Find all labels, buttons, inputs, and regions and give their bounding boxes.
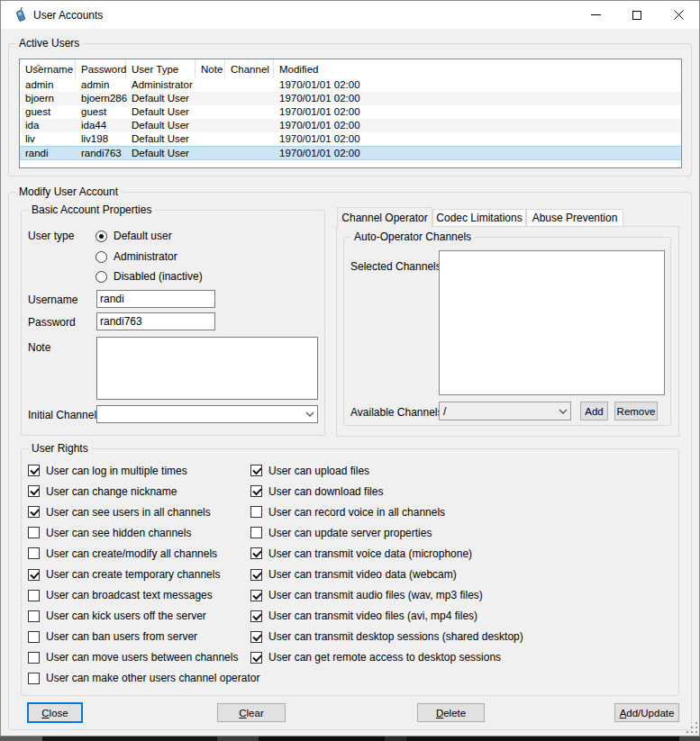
minimize-icon	[591, 14, 601, 15]
clear-button[interactable]: Clear	[217, 703, 286, 722]
column-header-username[interactable]: Username	[20, 59, 76, 78]
user-right-checkbox[interactable]: User can ban users from server	[28, 627, 246, 647]
user-right-checkbox[interactable]: User can move users between channels	[28, 647, 246, 668]
user-right-checkbox[interactable]: User can upload files	[250, 460, 674, 481]
user-right-checkbox[interactable]: User can record voice in all channels	[250, 502, 674, 522]
checkbox-label: User can broadcast text messages	[46, 589, 213, 601]
cell-password: admin	[76, 78, 126, 92]
user-right-checkbox[interactable]: User can transmit audio files (wav, mp3 …	[250, 585, 674, 606]
user-right-checkbox[interactable]: User can see users in all channels	[28, 502, 246, 522]
checkbox-unchecked-icon	[28, 610, 40, 622]
checkbox-label: User can transmit video data (webcam)	[268, 568, 457, 581]
cell-user_type: Default User	[126, 92, 195, 105]
cell-user_type: Default User	[126, 147, 195, 159]
checkbox-label: User can update server properties	[268, 527, 432, 539]
column-header-modified[interactable]: Modified	[274, 59, 681, 78]
selected-channels-listbox[interactable]	[439, 250, 665, 395]
table-row-ida[interactable]: idaida44Default User1970/01/01 02:00	[20, 119, 681, 132]
initial-channel-combobox[interactable]	[96, 405, 318, 423]
note-field[interactable]	[96, 337, 318, 400]
close-window-button[interactable]	[658, 1, 699, 29]
tab-channel-operator[interactable]: Channel Operator	[337, 207, 432, 228]
add-channel-button[interactable]: Add	[580, 402, 608, 420]
table-row-randi[interactable]: randirandi763Default User1970/01/01 02:0…	[20, 146, 681, 160]
checkbox-checked-icon	[250, 610, 262, 622]
maximize-button[interactable]	[616, 1, 658, 29]
column-header-password[interactable]: Password	[76, 59, 126, 78]
cell-channel	[225, 105, 274, 119]
user-right-checkbox[interactable]: User can transmit video files (avi, mp4 …	[250, 606, 674, 627]
column-header-channel[interactable]: Channel	[225, 59, 274, 78]
radio-administrator[interactable]: Administrator	[95, 250, 177, 263]
cell-password: bjoern286	[76, 92, 126, 105]
username-field[interactable]	[96, 290, 215, 308]
checkbox-checked-icon	[28, 465, 40, 476]
delete-button[interactable]: Delete	[417, 703, 485, 722]
tab-label: Channel Operator	[341, 212, 427, 224]
user-right-checkbox[interactable]: User can transmit desktop sessions (shar…	[250, 627, 674, 647]
cell-username: liv	[20, 132, 76, 146]
table-row-bjoern[interactable]: bjoernbjoern286Default User1970/01/01 02…	[20, 92, 681, 105]
table-row-admin[interactable]: adminadminAdministrator1970/01/01 02:00	[20, 78, 681, 92]
active-users-tbody: adminadminAdministrator1970/01/01 02:00b…	[20, 78, 681, 160]
cell-username: randi	[20, 147, 76, 159]
cell-username: ida	[20, 119, 76, 132]
active-users-group-label: Active Users	[15, 37, 83, 50]
checkbox-label: User can log in multiple times	[46, 465, 187, 477]
user-right-checkbox[interactable]: User can kick users off the server	[28, 606, 246, 627]
user-right-checkbox[interactable]: User can change nickname	[28, 481, 246, 502]
tab-abuse-prevention[interactable]: Abuse Prevention	[526, 209, 623, 226]
user-rights-left-column: User can log in multiple timesUser can c…	[28, 460, 246, 689]
checkbox-unchecked-icon	[250, 527, 262, 538]
user-right-checkbox[interactable]: User can log in multiple times	[28, 460, 246, 481]
active-users-table[interactable]: UsernamePasswordUser TypeNoteChannelModi…	[19, 59, 682, 168]
cell-note	[195, 132, 225, 146]
column-header-note[interactable]: Note	[195, 59, 225, 78]
column-header-user-type[interactable]: User Type	[126, 59, 195, 78]
checkbox-checked-icon	[250, 652, 262, 664]
checkbox-label: User can create/modify all channels	[46, 547, 217, 560]
user-rights-right-column: User can upload filesUser can download f…	[250, 460, 674, 668]
radio-label: Administrator	[114, 250, 177, 263]
taskbar-behind-window	[0, 736, 700, 741]
cell-channel	[225, 92, 274, 105]
radio-label: Disabled (inactive)	[114, 270, 203, 283]
checkbox-unchecked-icon	[28, 673, 40, 684]
radio-disabled[interactable]: Disabled (inactive)	[95, 270, 203, 283]
close-icon	[674, 10, 684, 20]
cell-password: ida44	[76, 119, 126, 132]
user-right-checkbox[interactable]: User can transmit video data (webcam)	[250, 564, 674, 584]
tab-codec-limitations[interactable]: Codec Limitations	[432, 209, 526, 226]
remove-channel-button[interactable]: Remove	[614, 402, 658, 420]
minimize-button[interactable]	[575, 1, 616, 29]
modify-user-account-label: Modify User Account	[15, 185, 122, 199]
add-update-button[interactable]: Add/Update	[614, 703, 679, 722]
password-field[interactable]	[96, 312, 215, 330]
checkbox-label: User can transmit video files (avi, mp4 …	[268, 610, 477, 622]
radio-default-user[interactable]: Default user	[95, 230, 172, 242]
user-right-checkbox[interactable]: User can create temporary channels	[28, 564, 246, 584]
active-users-table-header[interactable]: UsernamePasswordUser TypeNoteChannelModi…	[20, 59, 681, 78]
checkbox-unchecked-icon	[28, 527, 40, 538]
cell-modified: 1970/01/01 02:00	[274, 119, 681, 132]
user-right-checkbox[interactable]: User can download files	[250, 481, 674, 502]
table-row-liv[interactable]: livliv198Default User1970/01/01 02:00	[20, 132, 681, 146]
close-button[interactable]: Close	[27, 702, 83, 723]
user-right-checkbox[interactable]: User can see hidden channels	[28, 522, 246, 543]
tab-label: Codec Limitations	[436, 212, 522, 224]
chevron-down-icon	[556, 409, 570, 414]
cell-channel	[225, 78, 274, 92]
user-right-checkbox[interactable]: User can transmit voice data (microphone…	[250, 543, 674, 564]
table-row-guest[interactable]: guestguestDefault User1970/01/01 02:00	[20, 105, 681, 119]
available-channels-combobox[interactable]: /	[439, 402, 571, 420]
user-right-checkbox[interactable]: User can get remote access to desktop se…	[250, 647, 674, 668]
titlebar[interactable]: User Accounts	[1, 1, 699, 29]
user-right-checkbox[interactable]: User can make other users channel operat…	[28, 668, 246, 689]
cell-modified: 1970/01/01 02:00	[274, 78, 681, 92]
initial-channel-label: Initial Channel	[28, 409, 96, 421]
user-right-checkbox[interactable]: User can update server properties	[250, 522, 674, 543]
user-right-checkbox[interactable]: User can create/modify all channels	[28, 543, 246, 564]
resize-grip[interactable]	[686, 722, 698, 734]
user-right-checkbox[interactable]: User can broadcast text messages	[28, 585, 246, 606]
checkbox-label: User can record voice in all channels	[268, 506, 445, 519]
